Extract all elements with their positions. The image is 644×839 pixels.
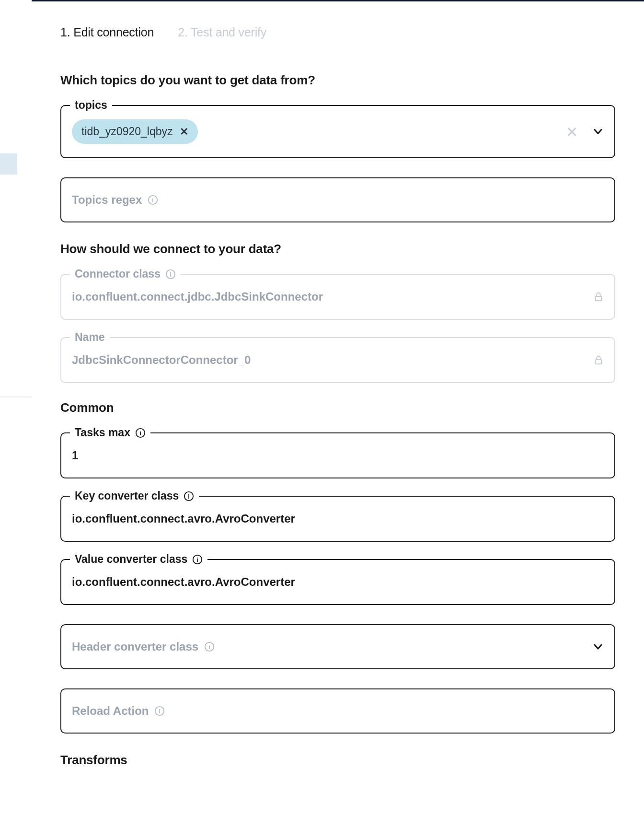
topics-regex-placeholder: Topics regex i <box>72 193 158 207</box>
topics-chip-container: tidb_yz0920_lqbyz ✕ <box>72 119 604 144</box>
value-converter-input-wrapper[interactable]: Value converter class i <box>60 559 615 605</box>
reload-action-input-wrapper[interactable]: Reload Action i <box>60 688 615 734</box>
topics-input-wrapper[interactable]: topics tidb_yz0920_lqbyz ✕ ✕ <box>60 105 615 158</box>
svg-text:i: i <box>208 643 210 651</box>
info-icon[interactable]: i <box>192 554 203 565</box>
header-converter-right <box>592 641 604 653</box>
topics-regex-placeholder-text: Topics regex <box>72 193 142 207</box>
svg-text:i: i <box>152 197 154 204</box>
key-converter-label: Key converter class i <box>70 489 199 502</box>
wizard-steps: 1. Edit connection 2. Test and verify <box>60 25 615 39</box>
chevron-down-icon[interactable] <box>592 641 604 653</box>
name-label: Name <box>70 331 110 344</box>
tasks-max-label-text: Tasks max <box>75 426 130 439</box>
connector-class-value: io.confluent.connect.jdbc.JdbcSinkConnec… <box>72 290 323 303</box>
topic-chip: tidb_yz0920_lqbyz ✕ <box>72 119 198 144</box>
step-edit-connection[interactable]: 1. Edit connection <box>60 25 154 39</box>
sidebar-active-indicator <box>0 153 17 175</box>
value-converter-label-text: Value converter class <box>75 553 187 566</box>
info-icon[interactable]: i <box>154 706 165 716</box>
svg-rect-5 <box>596 360 602 364</box>
name-lock-wrapper <box>593 355 604 365</box>
field-reload-action: Reload Action i <box>60 688 615 734</box>
key-converter-input-wrapper[interactable]: Key converter class i <box>60 496 615 542</box>
reload-action-placeholder-text: Reload Action <box>72 704 149 718</box>
field-connector-class: Connector class i io.confluent.connect.j… <box>60 274 615 320</box>
sidebar <box>0 0 32 839</box>
svg-text:i: i <box>188 492 190 500</box>
section-heading-transforms: Transforms <box>60 753 615 768</box>
header-converter-placeholder-text: Header converter class <box>72 640 198 653</box>
clear-topics-icon[interactable]: ✕ <box>566 123 578 140</box>
section-heading-connect: How should we connect to your data? <box>60 242 615 256</box>
sidebar-divider <box>0 396 32 397</box>
connector-class-input-wrapper: Connector class i io.confluent.connect.j… <box>60 274 615 320</box>
main-content: 1. Edit connection 2. Test and verify Wh… <box>32 1 644 787</box>
field-name: Name JdbcSinkConnectorConnector_0 <box>60 337 615 383</box>
svg-text:i: i <box>139 429 141 436</box>
name-input-wrapper: Name JdbcSinkConnectorConnector_0 <box>60 337 615 383</box>
svg-text:i: i <box>170 270 172 278</box>
reload-action-placeholder: Reload Action i <box>72 704 165 718</box>
info-icon[interactable]: i <box>135 428 146 438</box>
value-converter-label: Value converter class i <box>70 553 207 566</box>
field-tasks-max: Tasks max i <box>60 432 615 478</box>
field-value-converter: Value converter class i <box>60 559 615 605</box>
value-converter-input[interactable] <box>72 575 604 589</box>
field-topics-regex: Topics regex i <box>60 177 615 222</box>
remove-chip-icon[interactable]: ✕ <box>180 126 188 138</box>
section-heading-topics: Which topics do you want to get data fro… <box>60 73 615 88</box>
header-converter-input-wrapper[interactable]: Header converter class i <box>60 624 615 669</box>
tasks-max-input-wrapper[interactable]: Tasks max i <box>60 432 615 478</box>
topics-regex-input-wrapper[interactable]: Topics regex i <box>60 177 615 222</box>
topic-chip-label: tidb_yz0920_lqbyz <box>81 125 173 138</box>
connector-class-label-text: Connector class <box>75 268 161 280</box>
connector-class-label: Connector class i <box>70 268 181 280</box>
svg-text:i: i <box>196 556 198 563</box>
connector-class-lock-wrapper <box>593 291 604 302</box>
lock-icon <box>593 355 604 365</box>
step-test-verify[interactable]: 2. Test and verify <box>178 25 266 39</box>
topics-label: topics <box>70 99 112 112</box>
info-icon[interactable]: i <box>148 195 158 205</box>
lock-icon <box>593 291 604 302</box>
section-heading-common: Common <box>60 400 615 415</box>
info-icon[interactable]: i <box>204 641 215 652</box>
info-icon[interactable]: i <box>184 491 194 501</box>
field-key-converter: Key converter class i <box>60 496 615 542</box>
name-value: JdbcSinkConnectorConnector_0 <box>72 353 251 367</box>
svg-rect-4 <box>596 296 602 301</box>
key-converter-label-text: Key converter class <box>75 489 179 502</box>
chevron-down-icon[interactable] <box>592 126 604 138</box>
field-topics: topics tidb_yz0920_lqbyz ✕ ✕ <box>60 105 615 158</box>
svg-text:i: i <box>159 708 161 715</box>
field-header-converter: Header converter class i <box>60 624 615 669</box>
header-converter-placeholder: Header converter class i <box>72 640 215 653</box>
topics-right-controls: ✕ <box>566 123 604 140</box>
tasks-max-label: Tasks max i <box>70 426 150 439</box>
info-icon[interactable]: i <box>165 269 176 280</box>
tasks-max-input[interactable] <box>72 449 604 462</box>
key-converter-input[interactable] <box>72 512 604 525</box>
